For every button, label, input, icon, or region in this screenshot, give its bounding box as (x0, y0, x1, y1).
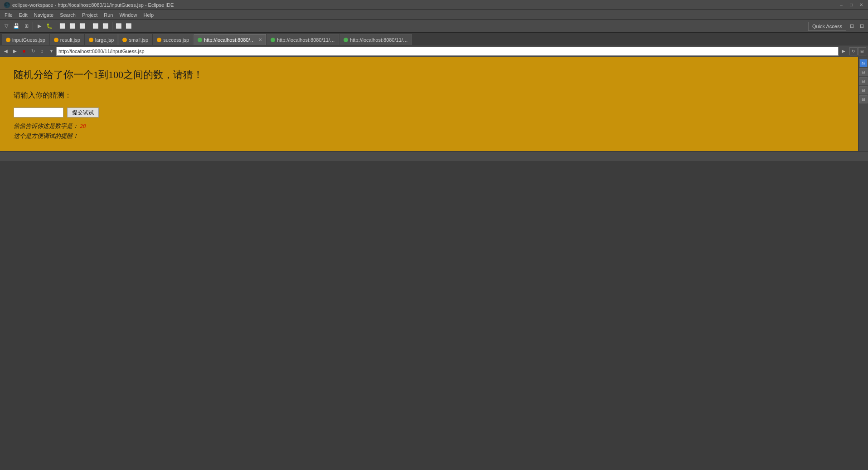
menu-file[interactable]: File (2, 11, 15, 19)
menu-edit[interactable]: Edit (16, 11, 30, 19)
toolbar: ▽ 💾 ⊞ ▶ 🐛 ⬜ ⬜ ⬜ ⬜ ⬜ ⬜ ⬜ Quick Access ⊟ ⊟ (0, 20, 868, 33)
tabs-bar: inputGuess.jsp result.jsp large.jsp smal… (0, 33, 868, 45)
tab-success-browser[interactable]: http://localhost:8080/11/success.jsp (339, 34, 412, 45)
save-button[interactable]: 💾 (12, 22, 21, 31)
title-bar-left: 🌑 eclipse-workspace - http://localhost:8… (4, 2, 174, 8)
tab-icon-3 (89, 38, 93, 42)
title-bar: 🌑 eclipse-workspace - http://localhost:8… (0, 0, 868, 10)
tab-icon-6 (198, 38, 202, 42)
tab-icon-4 (122, 38, 127, 42)
stop-button[interactable]: ■ (20, 47, 28, 55)
page-subtitle: 请输入你的猜测： (14, 91, 844, 100)
address-input[interactable] (56, 47, 839, 56)
go-button[interactable]: ▶ (839, 47, 848, 55)
toolbar-btn8[interactable]: ⬜ (114, 22, 123, 31)
eclipse-icon: 🌑 (4, 2, 10, 8)
tab-success-editor[interactable]: success.jsp (153, 34, 193, 45)
toolbar-btn4[interactable]: ⬜ (68, 22, 77, 31)
toolbar-sep1 (33, 22, 33, 30)
side-btn-2[interactable]: ⊞ (858, 47, 866, 55)
tab-icon-2 (54, 38, 58, 42)
maximize-button[interactable]: □ (848, 2, 854, 8)
side-buttons: ↻ ⊞ (849, 47, 866, 55)
new-button[interactable]: ▽ (2, 22, 11, 31)
chevron-down-icon[interactable]: ▾ (47, 47, 55, 55)
hint-number: 28 (80, 122, 86, 129)
minimize-button[interactable]: – (838, 2, 844, 8)
address-bar: ◀ ▶ ■ ↻ ⌂ ▾ ▶ ↻ ⊞ (0, 45, 868, 57)
toolbar-btn9[interactable]: ⬜ (124, 22, 133, 31)
right-side-panel: Js ⊟ ⊟ ⊟ ⊟ (858, 57, 868, 151)
tab-large-editor[interactable]: large.jsp (85, 34, 118, 45)
quick-access-button[interactable]: Quick Access (808, 22, 846, 31)
content-wrapper: 随机分给了你一个1到100之间的数，请猜！ 请输入你的猜测： 提交试试 偷偷告诉… (0, 57, 868, 151)
tab-icon-5 (157, 38, 161, 42)
window-title: eclipse-workspace - http://localhost:808… (12, 2, 174, 8)
tab-label-1: inputGuess.jsp (12, 37, 45, 43)
tab-small-editor[interactable]: small.jsp (118, 34, 152, 45)
perspectives-button[interactable]: ⊟ (847, 22, 856, 31)
submit-button[interactable]: 提交试试 (67, 108, 99, 118)
run-button[interactable]: ▶ (35, 22, 44, 31)
tab-inputguess-editor[interactable]: inputGuess.jsp (2, 34, 49, 45)
toolbar-sep4 (112, 22, 112, 30)
back-button[interactable]: ◀ (2, 47, 10, 55)
toolbar-sep3 (89, 22, 89, 30)
status-bar (0, 151, 868, 161)
right-btn-4[interactable]: ⊟ (859, 86, 868, 94)
guess-input[interactable] (14, 108, 63, 118)
right-btn-5[interactable]: ⊟ (859, 95, 868, 103)
menu-help[interactable]: Help (141, 11, 157, 19)
tab-large-browser[interactable]: http://localhost:8080/11/large.jsp (267, 34, 339, 45)
menu-run[interactable]: Run (101, 11, 116, 19)
forward-button[interactable]: ▶ (11, 47, 19, 55)
menu-project[interactable]: Project (79, 11, 100, 19)
tab-label-4: small.jsp (129, 37, 148, 43)
toolbar-btn7[interactable]: ⬜ (101, 22, 110, 31)
tab-label-3: large.jsp (95, 37, 114, 43)
hint-text: 偷偷告诉你这是数字是： 28 (14, 122, 844, 130)
toolbar-extra[interactable]: ⊟ (857, 22, 866, 31)
refresh-button[interactable]: ↻ (29, 47, 37, 55)
right-btn-2[interactable]: ⊟ (859, 68, 868, 76)
tab-label-7: http://localhost:8080/11/large.jsp (277, 37, 335, 43)
tab-icon-1 (6, 38, 10, 42)
tab-close-6[interactable]: ✕ (258, 37, 262, 42)
hint-prefix: 偷偷告诉你这是数字是： (14, 122, 78, 129)
debug-text: 这个是方便调试的提醒！ (14, 132, 844, 140)
guess-form: 提交试试 (14, 108, 844, 118)
toolbar-btn6[interactable]: ⬜ (91, 22, 100, 31)
close-button[interactable]: ✕ (858, 2, 864, 8)
menu-bar: File Edit Navigate Search Project Run Wi… (0, 10, 868, 20)
tab-label-2: result.jsp (60, 37, 80, 43)
menu-window[interactable]: Window (116, 11, 140, 19)
tab-label-6: http://localhost:8080/11/inputGuess.jsp (204, 37, 256, 43)
page-title: 随机分给了你一个1到100之间的数，请猜！ (14, 68, 844, 82)
title-bar-controls: – □ ✕ (838, 2, 864, 8)
side-btn-1[interactable]: ↻ (849, 47, 858, 55)
browser-viewport: 随机分给了你一个1到100之间的数，请猜！ 请输入你的猜测： 提交试试 偷偷告诉… (0, 57, 858, 151)
tab-icon-7 (271, 38, 275, 42)
tab-result-editor[interactable]: result.jsp (50, 34, 84, 45)
toolbar-sep2 (56, 22, 56, 30)
right-btn-1[interactable]: Js (859, 59, 868, 67)
debug-button[interactable]: 🐛 (45, 22, 54, 31)
tab-label-8: http://localhost:8080/11/success.jsp (350, 37, 408, 43)
toolbar-btn3[interactable]: ⬜ (58, 22, 67, 31)
menu-search[interactable]: Search (57, 11, 78, 19)
tab-label-5: success.jsp (163, 37, 189, 43)
save-all-button[interactable]: ⊞ (22, 22, 31, 31)
home-button[interactable]: ⌂ (38, 47, 46, 55)
right-btn-3[interactable]: ⊟ (859, 77, 868, 85)
toolbar-btn5[interactable]: ⬜ (78, 22, 87, 31)
tab-inputguess-browser[interactable]: http://localhost:8080/11/inputGuess.jsp … (194, 34, 266, 45)
menu-navigate[interactable]: Navigate (31, 11, 56, 19)
tab-icon-8 (344, 38, 348, 42)
